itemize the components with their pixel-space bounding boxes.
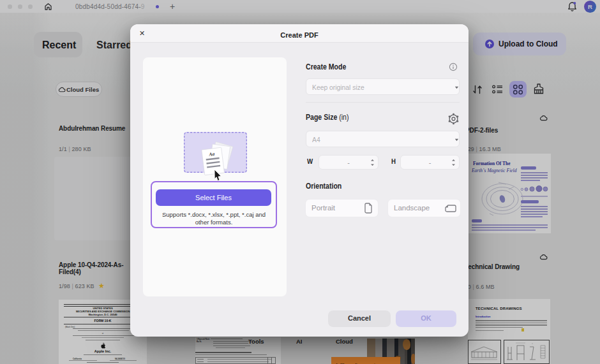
svg-text:Aa: Aa xyxy=(208,151,215,157)
